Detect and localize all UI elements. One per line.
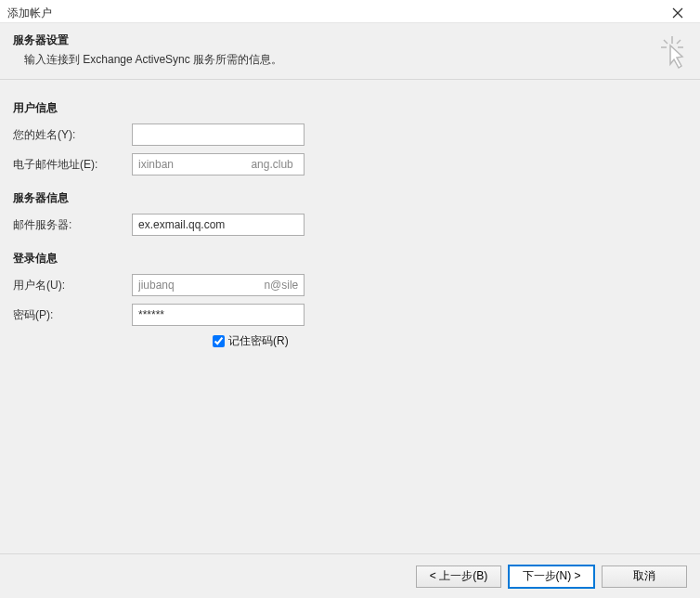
header-title: 服务器设置 (13, 32, 687, 48)
close-icon (672, 7, 683, 19)
row-username: 用户名(U): (13, 274, 687, 296)
label-remember-password: 记住密码(R) (228, 333, 289, 349)
window-title: 添加帐户 (7, 6, 52, 21)
label-password: 密码(P): (13, 307, 132, 323)
cancel-button[interactable]: 取消 (602, 566, 687, 588)
titlebar: 添加帐户 (0, 0, 700, 22)
row-remember-password: 记住密码(R) (213, 333, 687, 349)
header-subtitle: 输入连接到 Exchange ActiveSync 服务所需的信息。 (24, 52, 687, 68)
svg-line-5 (664, 40, 668, 44)
row-email: 电子邮件地址(E): (13, 153, 687, 176)
svg-line-6 (677, 40, 681, 44)
row-password: 密码(P): (13, 304, 687, 326)
section-server-info: 服务器信息 (13, 190, 687, 206)
cursor-icon (657, 36, 687, 73)
input-email[interactable] (132, 153, 305, 176)
label-email: 电子邮件地址(E): (13, 157, 132, 173)
checkbox-remember-password[interactable] (213, 335, 225, 347)
section-user-info: 用户信息 (13, 100, 687, 116)
label-name: 您的姓名(Y): (13, 127, 132, 143)
back-button[interactable]: < 上一步(B) (416, 566, 501, 588)
section-login-info: 登录信息 (13, 251, 687, 266)
row-name: 您的姓名(Y): (13, 124, 687, 146)
header-section: 服务器设置 输入连接到 Exchange ActiveSync 服务所需的信息。 (0, 22, 700, 80)
row-mail-server: 邮件服务器: (13, 214, 687, 236)
label-username: 用户名(U): (13, 278, 132, 293)
button-bar: < 上一步(B) 下一步(N) > 取消 (0, 553, 700, 598)
label-mail-server: 邮件服务器: (13, 217, 132, 233)
input-password[interactable] (132, 304, 305, 326)
content-area: 用户信息 您的姓名(Y): 电子邮件地址(E): 服务器信息 邮件服务器: 登录… (0, 80, 700, 598)
close-button[interactable] (663, 4, 693, 22)
next-button[interactable]: 下一步(N) > (509, 566, 594, 588)
input-name[interactable] (132, 124, 305, 146)
input-mail-server[interactable] (132, 214, 305, 236)
input-username[interactable] (132, 274, 305, 296)
